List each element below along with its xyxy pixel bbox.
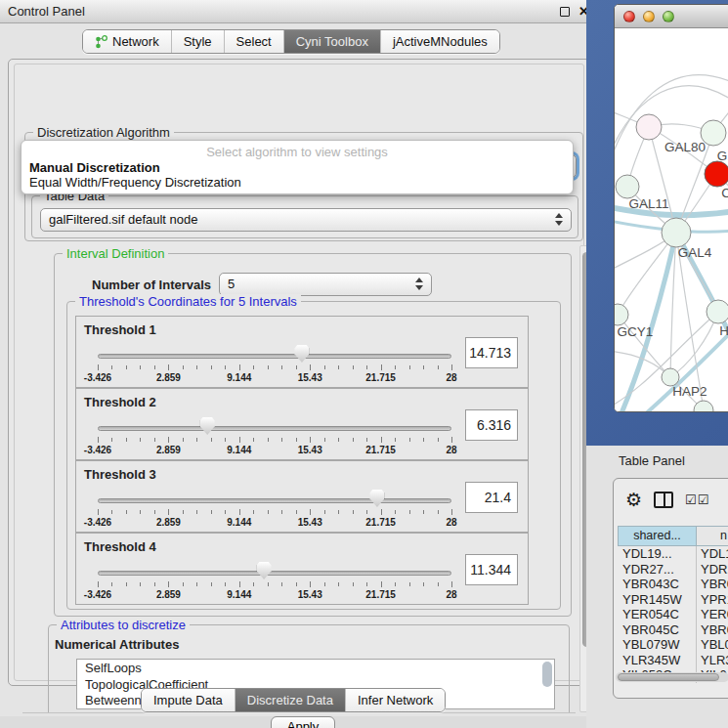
tick-label: 15.43 xyxy=(298,445,322,455)
threshold-slider-track[interactable] xyxy=(98,426,451,431)
table-row[interactable]: YDR27...YDR2 xyxy=(618,562,728,578)
tick-mark xyxy=(381,581,382,587)
node-bottom[interactable] xyxy=(694,401,713,411)
control-panel-titlebar: Control Panel ✕ xyxy=(0,0,597,23)
columns-icon[interactable] xyxy=(654,492,673,508)
tick-mark xyxy=(253,365,254,369)
threshold-value-field[interactable]: 11.344 xyxy=(465,554,518,585)
apply-button[interactable]: Apply xyxy=(271,716,335,728)
float-icon[interactable] xyxy=(560,7,570,17)
threshold-value-field[interactable]: 21.4 xyxy=(465,482,518,513)
top-tab-group: NetworkStyleSelectCyni ToolboxjActiveMNo… xyxy=(82,29,500,54)
zoom-traffic-light[interactable] xyxy=(663,11,674,22)
tick-mark xyxy=(268,510,269,514)
network-window-titlebar[interactable] xyxy=(615,5,728,28)
algorithm-option[interactable]: Manual Discretization xyxy=(21,160,573,175)
tick-mark xyxy=(111,510,112,514)
group-title-interval-definition: Interval Definition xyxy=(63,246,168,261)
column-header-shared-name[interactable]: shared... xyxy=(618,526,697,546)
tick-mark xyxy=(395,582,396,586)
table-row[interactable]: YLR345WYLR3 xyxy=(618,653,728,668)
tick-mark xyxy=(196,582,197,586)
table-row[interactable]: YBL079WYBL0 xyxy=(618,637,728,653)
tab-impute-data[interactable]: Impute Data xyxy=(142,689,236,711)
threshold-slider-handle[interactable] xyxy=(200,417,215,435)
tick-mark xyxy=(168,437,169,443)
tick-label: 9.144 xyxy=(227,372,251,383)
threshold-panel: Threshold 1-3.4262.8599.14415.4321.71528… xyxy=(75,316,529,388)
node-red[interactable] xyxy=(705,161,728,187)
tick-mark xyxy=(451,509,452,515)
table-row[interactable]: YBR043CYBR0 xyxy=(618,577,728,592)
tick-label: 2.859 xyxy=(156,589,181,600)
tick-mark xyxy=(395,438,396,442)
minimize-traffic-light[interactable] xyxy=(643,11,655,22)
table-row[interactable]: YER054CYER0 xyxy=(618,607,728,622)
tick-mark xyxy=(211,365,212,369)
gear-icon[interactable]: ⚙ xyxy=(625,491,642,509)
tick-mark xyxy=(438,365,439,369)
tick-mark xyxy=(140,510,141,514)
tick-mark xyxy=(366,582,367,586)
tab-discretize-data[interactable]: Discretize Data xyxy=(236,689,346,711)
list-scrollbar[interactable] xyxy=(542,662,552,687)
tick-mark xyxy=(381,364,382,370)
tick-mark xyxy=(310,581,311,587)
tick-mark xyxy=(338,582,339,586)
tick-mark xyxy=(211,582,212,586)
tab-jactivemnodules[interactable]: jActiveMNodules xyxy=(381,30,499,53)
threshold-slider-track[interactable] xyxy=(98,354,451,359)
threshold-slider-handle[interactable] xyxy=(257,562,272,579)
tick-mark xyxy=(183,582,184,586)
checkbox-icons[interactable]: ☑☑ xyxy=(685,492,709,507)
tick-mark xyxy=(281,582,282,586)
table-row[interactable]: YBR045CYBR0 xyxy=(618,622,728,638)
network-canvas[interactable]: GAL80G.CGAL11GAL4GCY1HHAP2 xyxy=(615,28,728,411)
tab-style[interactable]: Style xyxy=(172,30,225,53)
close-traffic-light[interactable] xyxy=(623,11,635,22)
tick-label: 28 xyxy=(446,517,456,528)
threshold-slider-track[interactable] xyxy=(98,498,451,503)
table-row[interactable]: YDL19...YDL1 xyxy=(618,546,728,562)
threshold-label: Threshold 2 xyxy=(84,395,156,409)
tick-mark xyxy=(126,510,127,514)
threshold-value-field[interactable]: 6.316 xyxy=(465,409,518,441)
node-label: C xyxy=(721,186,728,200)
node-GAL4[interactable] xyxy=(662,218,691,247)
node-H[interactable] xyxy=(707,300,728,323)
tick-mark xyxy=(183,438,184,442)
tick-mark xyxy=(324,582,325,586)
threshold-slider-handle[interactable] xyxy=(294,345,309,363)
tab-infer-network[interactable]: Infer Network xyxy=(346,689,445,711)
tick-mark xyxy=(438,582,439,586)
tick-mark xyxy=(154,582,155,586)
thresholds-group: Threshold's Coordinates for 5 Intervals … xyxy=(66,301,561,610)
threshold-slider-handle[interactable] xyxy=(369,490,384,507)
threshold-value-field[interactable]: 14.713 xyxy=(465,337,518,368)
tick-mark xyxy=(423,438,424,442)
tick-label: 2.859 xyxy=(156,517,181,528)
table-horizontal-scrollbar[interactable] xyxy=(616,672,728,682)
column-header-name[interactable]: n xyxy=(697,526,728,546)
tick-mark xyxy=(211,510,212,514)
algorithm-option[interactable]: Equal Width/Frequency Discretization xyxy=(21,175,573,190)
attribute-item[interactable]: SelfLoops xyxy=(77,660,554,676)
tick-mark xyxy=(168,581,169,587)
tab-network[interactable]: Network xyxy=(83,30,172,53)
threshold-slider-track[interactable] xyxy=(98,571,451,576)
table-data-group: Table Data galFiltered.sif default node xyxy=(31,195,578,238)
table-data-combobox[interactable]: galFiltered.sif default node xyxy=(40,208,572,232)
node-GAL80[interactable] xyxy=(636,114,662,140)
table-row[interactable]: YPR145WYPR1 xyxy=(618,592,728,608)
tick-mark xyxy=(310,364,311,370)
tick-label: 21.715 xyxy=(365,372,396,383)
node-label: HAP2 xyxy=(672,384,707,399)
cell-name: YDR2 xyxy=(697,562,728,578)
tab-cyni-toolbox[interactable]: Cyni Toolbox xyxy=(284,30,381,53)
settings-viewport: Interval Definition Number of Intervals … xyxy=(22,245,576,712)
node-GCY1[interactable] xyxy=(615,304,628,325)
cell-shared-name: YLR345W xyxy=(618,653,697,668)
num-intervals-combobox[interactable]: 5 xyxy=(219,273,432,296)
node-GAL11[interactable] xyxy=(616,175,639,198)
tab-select[interactable]: Select xyxy=(225,30,284,53)
